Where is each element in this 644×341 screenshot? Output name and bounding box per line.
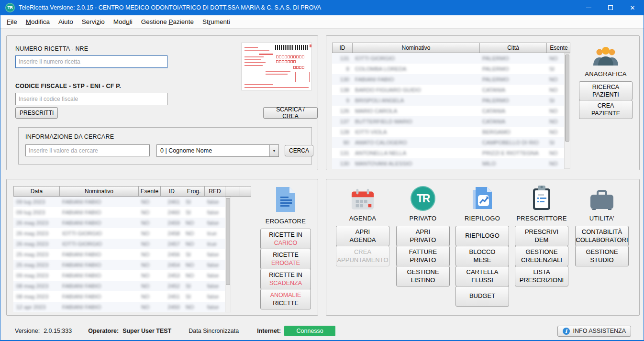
column-header[interactable]: Città bbox=[480, 43, 547, 53]
table-row[interactable]: 128IOTTI VIOLABERGAMONO bbox=[332, 127, 564, 137]
table-cell: 26 mag 2023 bbox=[13, 239, 59, 249]
column-header[interactable] bbox=[240, 187, 251, 196]
chevron-down-icon[interactable]: ▼ bbox=[269, 145, 278, 156]
table-cell: CATANIA bbox=[479, 116, 546, 127]
table-row[interactable]: 131ANTONELLA NELLAPRIZZI E RIOTTEGNANO bbox=[332, 148, 564, 158]
table-row[interactable]: 9BRISPOLI ANGELAPALERMOSI bbox=[332, 95, 564, 106]
column-header[interactable]: ID bbox=[333, 43, 353, 53]
table-cell: PALERMO bbox=[479, 74, 546, 85]
table-row[interactable]: 8COLOMBA LOREDAPALERMOSI bbox=[332, 64, 564, 74]
crea-appuntamento-button: CREAAPPUNTAMENTO bbox=[336, 246, 389, 266]
lista-prescrizioni-button[interactable]: LISTAPRESCRIZIONI bbox=[515, 266, 568, 286]
utilita-briefcase-icon bbox=[589, 184, 614, 211]
scarica-crea-button[interactable]: SCARICA / CREA bbox=[263, 107, 318, 119]
table-row[interactable]: 131IOTTI GIORGIOPALERMONO bbox=[332, 53, 564, 64]
scrollbar-thumb[interactable] bbox=[226, 198, 230, 285]
table-cell: NO bbox=[546, 74, 564, 85]
table-cell: 12 apr 2023 bbox=[13, 302, 59, 312]
table-row[interactable]: 137BUTTERFIELD MARIOCATANIANO bbox=[332, 116, 564, 127]
menu-item-strumenti[interactable]: Strumenti bbox=[198, 16, 234, 27]
table-cell: NO bbox=[183, 302, 204, 312]
apri-agenda-button[interactable]: APRIAGENDA bbox=[336, 226, 389, 246]
column-header[interactable]: Esente bbox=[139, 187, 161, 196]
barcode-icon bbox=[295, 45, 308, 50]
riepilogo-button[interactable]: RIEPILOGO bbox=[455, 226, 509, 246]
column-header[interactable]: RED bbox=[205, 187, 225, 196]
valore-cercare-input[interactable] bbox=[25, 144, 150, 156]
table-row[interactable]: 138BARDO FIGUARO GUIDOCATANIANO bbox=[332, 85, 564, 95]
gestione-listino-button[interactable]: GESTIONELISTINO bbox=[396, 266, 450, 286]
column-header[interactable]: Data bbox=[14, 187, 60, 196]
anomalie-ricette-button[interactable]: ANOMALIERICETTE bbox=[260, 289, 311, 309]
table-row[interactable]: 130MANTOVANI ALESSIOMILONO bbox=[332, 158, 564, 169]
budget-button[interactable]: BUDGET bbox=[455, 286, 509, 307]
table-cell: SI bbox=[183, 249, 204, 260]
table-row[interactable]: 09 lug 2023FABIANI FABIONO2460SIfalse bbox=[13, 207, 225, 218]
table-cell: ANTONELLA NELLA bbox=[352, 148, 479, 158]
prescrivi-dem-button[interactable]: PRESCRIVIDEM bbox=[515, 226, 568, 246]
ricette-erogate-button[interactable]: RICETTEEROGATE bbox=[260, 249, 311, 269]
info-assistenza-label: INFO ASSISTENZA bbox=[573, 328, 626, 334]
menu-item-file[interactable]: File bbox=[2, 16, 22, 27]
table-row[interactable]: 126MARIO CAROLACATANIANO bbox=[332, 106, 564, 116]
patients-table: IDNominativoCittàEsente 131IOTTI GIORGIO… bbox=[332, 43, 570, 169]
ricette-in-scadenza-button[interactable]: RICETTE INSCADENZA bbox=[260, 269, 311, 289]
table-cell: false bbox=[204, 260, 225, 270]
column-header[interactable]: Erog. bbox=[183, 187, 205, 196]
title-bar[interactable]: TR TeleRicetta Versione: 2.0.15 - CENTRO… bbox=[0, 0, 644, 15]
column-header[interactable]: Esente bbox=[547, 43, 571, 53]
close-icon: ✕ bbox=[630, 5, 635, 11]
menu-item-gestione-paziente[interactable]: Gestione Paziente bbox=[137, 16, 198, 27]
table-row[interactable]: 90AMATO CALOGEROCAMPOBELLO DI RIOSI bbox=[332, 137, 564, 148]
table-row[interactable]: 08 mag 2023FABIANI FABIONO2452SIfalse bbox=[13, 281, 225, 291]
menu-item-servizio[interactable]: Servizio bbox=[78, 16, 109, 27]
table-row[interactable]: 25 mag 2023FABIANI FABIONO2454NOfalse bbox=[13, 260, 225, 270]
table-row[interactable]: 09 lug 2023FABIANI FABIONO2461SIfalse bbox=[13, 197, 225, 207]
crea-paziente-button[interactable]: CREAPAZIENTE bbox=[579, 100, 633, 119]
table-cell: 128 bbox=[332, 127, 352, 137]
table-row[interactable]: 130FABIANI FABIOPALERMONO bbox=[332, 74, 564, 85]
table-row[interactable]: 12 apr 2023FABIANI FABIONO2450NOfalse bbox=[13, 302, 225, 312]
table-cell: MARIO CAROLA bbox=[352, 106, 479, 116]
table-cell: 09 lug 2023 bbox=[13, 207, 59, 218]
column-header[interactable] bbox=[225, 187, 240, 196]
table-row[interactable]: 26 mag 2023IOTTI GIORGIONO2458NOtrue bbox=[13, 228, 225, 239]
table-row[interactable]: 26 mag 2023IOTTI GIORGIONO2457NOtrue bbox=[13, 239, 225, 249]
table-row[interactable]: 09 mag 2023FABIANI FABIONO2453NOfalse bbox=[13, 270, 225, 281]
gestione-studio-button[interactable]: GESTIONESTUDIO bbox=[575, 246, 629, 266]
menu-item-aiuto[interactable]: Aiuto bbox=[54, 16, 78, 27]
menu-item-modifica[interactable]: Modifica bbox=[22, 16, 54, 27]
cerca-button[interactable]: CERCA bbox=[285, 145, 313, 156]
gestione-credenziali-button[interactable]: GESTIONECREDENZIALI bbox=[515, 246, 568, 266]
table-row[interactable]: 26 mag 2023FABIANI FABIONO2459NOfalse bbox=[13, 218, 225, 228]
sync-status-text: Data Sincronizzata bbox=[189, 328, 239, 334]
table-cell: BUTTERFIELD MARIO bbox=[352, 116, 479, 127]
numero-ricetta-input[interactable] bbox=[15, 55, 167, 68]
menu-item-moduli[interactable]: Moduli bbox=[109, 16, 137, 27]
column-header[interactable]: Nominativo bbox=[353, 43, 480, 53]
table-row[interactable]: 08 mag 2023FABIANI FABIONO2451SIfalse bbox=[13, 291, 225, 302]
vertical-scrollbar[interactable] bbox=[564, 53, 570, 169]
info-assistenza-button[interactable]: i INFO ASSISTENZA bbox=[557, 326, 631, 337]
blocco-mese-button[interactable]: BLOCCOMESE bbox=[455, 246, 509, 266]
cartella-flussi-button[interactable]: CARTELLAFLUSSI bbox=[455, 266, 509, 286]
contabilit-collaboratori-button[interactable]: CONTABILITÀCOLLABORATORI bbox=[575, 226, 629, 246]
vertical-scrollbar[interactable] bbox=[225, 197, 231, 312]
table-cell: NO bbox=[183, 218, 204, 228]
prescritti-button[interactable]: PRESCRITTI bbox=[15, 107, 58, 119]
maximize-button[interactable] bbox=[600, 0, 622, 15]
column-header[interactable]: ID bbox=[161, 187, 183, 196]
ricerca-pazienti-button[interactable]: RICERCAPAZIENTI bbox=[579, 81, 633, 100]
table-row[interactable]: 25 mag 2023FABIANI FABIONO2456SIfalse bbox=[13, 249, 225, 260]
scrollbar-thumb[interactable] bbox=[565, 55, 569, 142]
maximize-icon bbox=[608, 5, 613, 10]
search-field-select[interactable]: 0 | Cognome Nome ▼ bbox=[156, 144, 279, 157]
form-boxes bbox=[276, 60, 296, 63]
column-header[interactable]: Nominativo bbox=[60, 187, 139, 196]
fatture-privato-button[interactable]: FATTUREPRIVATO bbox=[396, 246, 450, 266]
ricette-in-carico-button[interactable]: RICETTE INCARICO bbox=[260, 229, 311, 249]
apri-privato-button[interactable]: APRIPRIVATO bbox=[396, 226, 450, 246]
close-button[interactable]: ✕ bbox=[622, 0, 644, 15]
codice-fiscale-input[interactable] bbox=[15, 93, 167, 105]
minimize-button[interactable] bbox=[577, 0, 600, 15]
